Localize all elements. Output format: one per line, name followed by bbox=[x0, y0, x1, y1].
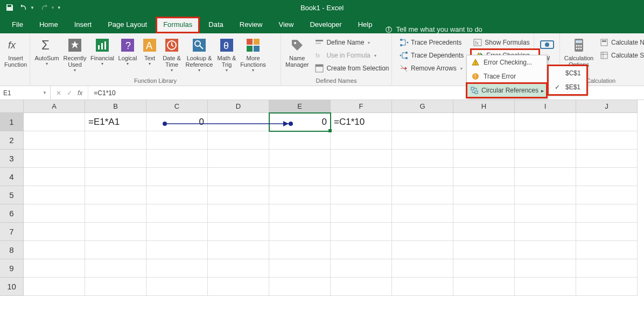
cell[interactable] bbox=[146, 186, 208, 204]
cell[interactable] bbox=[208, 186, 269, 204]
cell[interactable] bbox=[453, 204, 515, 223]
trace-dependents-button[interactable]: Trace Dependents bbox=[397, 49, 466, 61]
text-button[interactable]: A Text▾ bbox=[140, 36, 159, 67]
cell[interactable] bbox=[269, 241, 331, 259]
cell[interactable] bbox=[515, 131, 576, 150]
cell[interactable] bbox=[453, 278, 515, 296]
cell[interactable] bbox=[515, 223, 576, 241]
cell[interactable] bbox=[331, 168, 392, 186]
cell[interactable] bbox=[515, 241, 576, 259]
col-h[interactable]: H bbox=[453, 100, 515, 113]
circular-ref-e1[interactable]: ✓$E$1 bbox=[549, 80, 586, 94]
cell[interactable] bbox=[453, 186, 515, 204]
name-manager-button[interactable]: Name Manager bbox=[284, 36, 310, 69]
cell[interactable] bbox=[85, 204, 146, 223]
cell[interactable] bbox=[208, 131, 269, 150]
cell[interactable] bbox=[269, 259, 331, 278]
row-6[interactable]: 6 bbox=[0, 204, 24, 223]
enter-icon[interactable]: ✓ bbox=[67, 89, 72, 97]
cell[interactable] bbox=[515, 259, 576, 278]
cell[interactable] bbox=[208, 223, 269, 241]
select-all-corner[interactable] bbox=[0, 100, 24, 113]
cell[interactable] bbox=[269, 278, 331, 296]
cell-f1[interactable]: =C1*10 bbox=[331, 113, 392, 131]
cell[interactable] bbox=[85, 241, 146, 259]
cell[interactable] bbox=[392, 278, 453, 296]
formula-input[interactable]: =C1*10 bbox=[88, 89, 121, 97]
tab-insert[interactable]: Insert bbox=[67, 17, 100, 33]
date-time-button[interactable]: Date & Time▾ bbox=[160, 36, 183, 74]
calculate-now-button[interactable]: Calculate N bbox=[598, 37, 644, 48]
trace-precedents-button[interactable]: Trace Precedents bbox=[397, 37, 466, 48]
circular-references-menu-item[interactable]: Circular References▸ bbox=[467, 83, 547, 97]
remove-arrows-button[interactable]: Remove Arrows▾ bbox=[397, 62, 466, 74]
cell[interactable] bbox=[576, 131, 638, 150]
cell-c1[interactable]: 0 bbox=[146, 113, 208, 131]
cell[interactable] bbox=[208, 204, 269, 223]
cell[interactable] bbox=[24, 223, 85, 241]
cell[interactable] bbox=[24, 278, 85, 296]
col-e[interactable]: E bbox=[269, 100, 331, 113]
undo-dropdown[interactable]: ▼ bbox=[30, 5, 34, 10]
trace-error-menu-item[interactable]: !Trace Error bbox=[467, 69, 547, 83]
cell[interactable] bbox=[576, 150, 638, 168]
col-b[interactable]: B bbox=[85, 100, 146, 113]
logical-button[interactable]: ? Logical▾ bbox=[116, 36, 139, 67]
math-button[interactable]: θ Math & Trig▾ bbox=[215, 36, 238, 74]
cell[interactable] bbox=[208, 241, 269, 259]
chevron-down-icon[interactable]: ▼ bbox=[43, 90, 47, 95]
cell[interactable] bbox=[453, 150, 515, 168]
row-7[interactable]: 7 bbox=[0, 223, 24, 241]
cell[interactable] bbox=[576, 241, 638, 259]
cell[interactable] bbox=[515, 168, 576, 186]
undo-icon[interactable] bbox=[19, 3, 28, 12]
cell[interactable] bbox=[85, 278, 146, 296]
row-1[interactable]: 1 bbox=[0, 113, 24, 131]
cell[interactable] bbox=[453, 241, 515, 259]
cell[interactable] bbox=[453, 168, 515, 186]
cell-a1[interactable] bbox=[24, 113, 85, 131]
cell[interactable] bbox=[392, 204, 453, 223]
tab-page-layout[interactable]: Page Layout bbox=[100, 17, 155, 33]
cell[interactable] bbox=[24, 131, 85, 150]
cell[interactable] bbox=[208, 259, 269, 278]
cell[interactable] bbox=[331, 241, 392, 259]
col-c[interactable]: C bbox=[146, 100, 208, 113]
cell[interactable] bbox=[85, 131, 146, 150]
cell[interactable] bbox=[208, 278, 269, 296]
cell-b1[interactable]: =E1*A1 bbox=[85, 113, 146, 131]
col-j[interactable]: J bbox=[576, 100, 638, 113]
cell[interactable] bbox=[146, 150, 208, 168]
cell-j1[interactable] bbox=[576, 113, 638, 131]
row-2[interactable]: 2 bbox=[0, 131, 24, 150]
row-9[interactable]: 9 bbox=[0, 259, 24, 278]
tab-view[interactable]: View bbox=[271, 17, 301, 33]
cell[interactable] bbox=[24, 241, 85, 259]
col-i[interactable]: I bbox=[515, 100, 576, 113]
cell[interactable] bbox=[331, 150, 392, 168]
create-from-selection-button[interactable]: Create from Selection bbox=[313, 62, 391, 74]
tab-file[interactable]: File bbox=[4, 17, 31, 33]
define-name-button[interactable]: Define Name▾ bbox=[313, 37, 391, 48]
cell[interactable] bbox=[392, 241, 453, 259]
cell[interactable] bbox=[146, 131, 208, 150]
cell[interactable] bbox=[576, 186, 638, 204]
save-icon[interactable] bbox=[5, 3, 14, 12]
cell[interactable] bbox=[331, 204, 392, 223]
cell[interactable] bbox=[24, 186, 85, 204]
tab-review[interactable]: Review bbox=[232, 17, 270, 33]
calculate-sheet-button[interactable]: Calculate S bbox=[598, 49, 644, 61]
cell[interactable] bbox=[85, 223, 146, 241]
cell[interactable] bbox=[269, 150, 331, 168]
cell[interactable] bbox=[269, 204, 331, 223]
cell[interactable] bbox=[392, 259, 453, 278]
cell-h1[interactable] bbox=[453, 113, 515, 131]
cell[interactable] bbox=[331, 131, 392, 150]
cell[interactable] bbox=[576, 259, 638, 278]
cell[interactable] bbox=[146, 241, 208, 259]
cell[interactable] bbox=[146, 223, 208, 241]
cell[interactable] bbox=[146, 278, 208, 296]
cell[interactable] bbox=[331, 259, 392, 278]
cell[interactable] bbox=[392, 131, 453, 150]
cell[interactable] bbox=[24, 259, 85, 278]
